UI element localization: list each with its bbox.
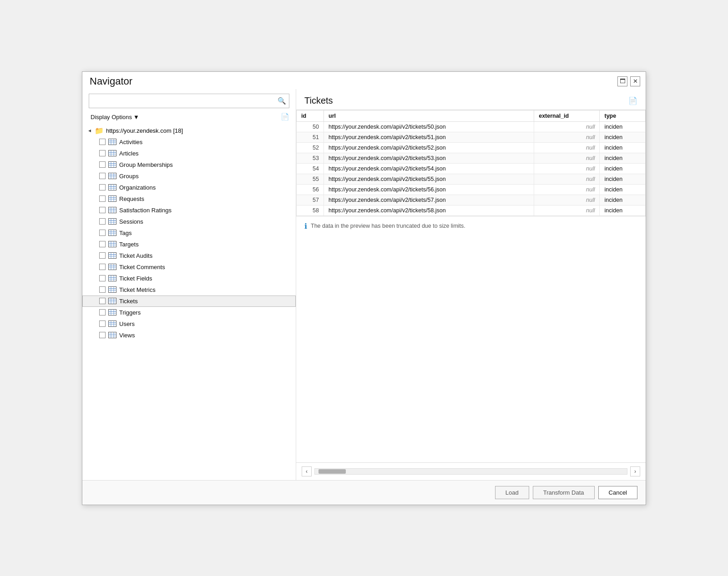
main-content: 🔍 Display Options ▼ 📄 ◂ 📁 https://your.z… <box>82 89 646 480</box>
tree-item-checkbox[interactable] <box>99 264 106 270</box>
tree-item-label: Organizations <box>119 184 156 191</box>
table-icon <box>108 207 116 213</box>
tree-item[interactable]: Triggers <box>82 307 296 318</box>
svg-rect-30 <box>109 207 116 213</box>
search-bar: 🔍 <box>89 94 289 108</box>
title-bar: Navigator 🗖 ✕ <box>82 72 646 89</box>
tree-item-checkbox[interactable] <box>99 184 106 190</box>
tree-item-checkbox[interactable] <box>99 309 106 316</box>
search-button[interactable]: 🔍 <box>274 94 289 108</box>
tree-item[interactable]: Views <box>82 330 296 341</box>
tree-item-checkbox[interactable] <box>99 207 106 213</box>
load-button[interactable]: Load <box>495 486 529 499</box>
cancel-button[interactable]: Cancel <box>598 486 637 499</box>
tree-item-label: Views <box>119 332 135 339</box>
scroll-right-button[interactable]: › <box>630 466 640 476</box>
tree-item-checkbox[interactable] <box>99 161 106 168</box>
table-cell-type: inciden <box>600 205 646 215</box>
close-button[interactable]: ✕ <box>630 76 640 86</box>
tree-item-checkbox[interactable] <box>99 286 106 293</box>
table-icon <box>108 252 116 259</box>
tree-item[interactable]: Ticket Audits <box>82 250 296 261</box>
tree-item[interactable]: Articles <box>82 148 296 159</box>
table-cell-id: 50 <box>297 121 324 132</box>
tree-root[interactable]: ◂ 📁 https://your.zendesk.com [18] <box>82 125 296 136</box>
display-options-bar: Display Options ▼ 📄 <box>82 111 296 123</box>
svg-rect-15 <box>109 173 116 179</box>
svg-rect-20 <box>109 185 116 190</box>
scroll-left-button[interactable]: ‹ <box>302 466 312 476</box>
scroll-bar-area: ‹ › <box>296 462 646 480</box>
search-icon: 🔍 <box>278 97 286 105</box>
tree-item-checkbox[interactable] <box>99 332 106 338</box>
tree-item[interactable]: Group Memberships <box>82 159 296 170</box>
right-panel-title: Tickets <box>304 95 333 106</box>
tree-item[interactable]: Targets <box>82 239 296 250</box>
tree-item-label: Activities <box>119 139 142 145</box>
search-input[interactable] <box>89 95 274 106</box>
tree-item-checkbox[interactable] <box>99 195 106 202</box>
tree-item-checkbox[interactable] <box>99 321 106 327</box>
tree-item[interactable]: Requests <box>82 193 296 205</box>
tree-item-checkbox[interactable] <box>99 139 106 145</box>
tree-item-checkbox[interactable] <box>99 230 106 236</box>
table-row: 50https://your.zendesk.com/api/v2/ticket… <box>297 121 646 132</box>
table-row: 54https://your.zendesk.com/api/v2/ticket… <box>297 163 646 174</box>
svg-rect-10 <box>109 162 116 168</box>
tree-item[interactable]: Tags <box>82 227 296 239</box>
table-cell-id: 55 <box>297 174 324 184</box>
table-cell-id: 58 <box>297 205 324 215</box>
table-header-type: type <box>600 110 646 121</box>
tree-item[interactable]: Ticket Comments <box>82 261 296 273</box>
svg-rect-85 <box>109 332 116 338</box>
table-cell-type: inciden <box>600 163 646 174</box>
tree-item[interactable]: Sessions <box>82 216 296 227</box>
transform-data-button[interactable]: Transform Data <box>533 486 595 499</box>
table-row: 51https://your.zendesk.com/api/v2/ticket… <box>297 132 646 142</box>
tree-item[interactable]: Groups <box>82 170 296 182</box>
tree-item[interactable]: Ticket Fields <box>82 273 296 284</box>
svg-rect-25 <box>109 196 116 202</box>
tree-item[interactable]: Satisfaction Ratings <box>82 205 296 216</box>
table-row: 58https://your.zendesk.com/api/v2/ticket… <box>297 205 646 215</box>
tree-item-label: Triggers <box>119 309 141 316</box>
table-icon <box>108 275 116 281</box>
tree-item-checkbox[interactable] <box>99 298 106 304</box>
table-cell-id: 52 <box>297 142 324 153</box>
folder-icon: 📁 <box>95 126 104 135</box>
tree-item[interactable]: Ticket Metrics <box>82 284 296 296</box>
table-icon <box>108 173 116 179</box>
tree-item-checkbox[interactable] <box>99 150 106 156</box>
tree-item-label: Tickets <box>119 298 138 305</box>
tree-item-checkbox[interactable] <box>99 252 106 259</box>
tree-item-checkbox[interactable] <box>99 241 106 247</box>
tree-root-label: https://your.zendesk.com [18] <box>106 127 183 134</box>
table-cell-type: inciden <box>600 132 646 142</box>
table-icon <box>108 195 116 202</box>
tree-item-label: Ticket Metrics <box>119 286 156 293</box>
tree-item[interactable]: Activities <box>82 136 296 148</box>
table-cell-external-id: null <box>534 153 600 163</box>
scroll-track[interactable] <box>314 468 627 475</box>
table-cell-id: 51 <box>297 132 324 142</box>
tree-item[interactable]: Users <box>82 318 296 330</box>
tree-item[interactable]: Tickets <box>82 296 296 307</box>
table-cell-url: https://your.zendesk.com/api/v2/tickets/… <box>324 163 534 174</box>
tree-item-checkbox[interactable] <box>99 275 106 281</box>
tree-items: Activities Articles <box>82 136 296 341</box>
minimize-button[interactable]: 🗖 <box>617 76 627 86</box>
tree-item-label: Satisfaction Ratings <box>119 207 172 214</box>
svg-rect-50 <box>109 253 116 259</box>
tree-item[interactable]: Organizations <box>82 182 296 193</box>
tree-item-label: Requests <box>119 195 144 202</box>
tree-item-checkbox[interactable] <box>99 173 106 179</box>
table-cell-url: https://your.zendesk.com/api/v2/tickets/… <box>324 205 534 215</box>
window-title: Navigator <box>90 75 132 87</box>
right-export-icon[interactable]: 📄 <box>628 96 637 105</box>
tree-item-checkbox[interactable] <box>99 218 106 225</box>
export-icon[interactable]: 📄 <box>281 113 289 121</box>
table-icon <box>108 264 116 270</box>
info-icon: ℹ <box>304 222 307 230</box>
display-options-button[interactable]: Display Options ▼ <box>89 113 141 121</box>
table-cell-external-id: null <box>534 121 600 132</box>
